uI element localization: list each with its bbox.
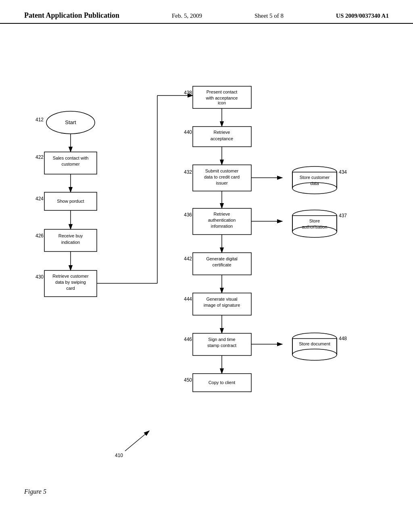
svg-text:data by swiping: data by swiping [55,280,86,285]
figure-caption: Figure 5 [24,488,46,495]
svg-text:422: 422 [35,154,44,160]
svg-text:444: 444 [184,296,192,302]
svg-text:442: 442 [184,256,192,262]
svg-text:410: 410 [115,453,123,458]
page-header: Patent Application Publication Feb. 5, 2… [0,0,413,24]
svg-text:Retrieve: Retrieve [214,212,230,216]
svg-text:Store customer: Store customer [300,175,330,180]
svg-text:data: data [310,181,319,186]
publication-title: Patent Application Publication [24,11,119,20]
svg-text:Retrieve customer: Retrieve customer [52,274,89,278]
svg-text:stamp contract: stamp contract [207,343,236,348]
svg-text:Start: Start [65,119,76,125]
svg-text:customer: customer [61,162,80,166]
svg-line-93 [125,431,149,451]
svg-text:image of signature: image of signature [204,303,240,308]
svg-text:440: 440 [184,129,192,135]
svg-text:436: 436 [184,212,192,218]
svg-point-86 [292,349,337,360]
svg-text:412: 412 [35,117,44,123]
svg-text:Sign and time: Sign and time [208,337,235,342]
svg-text:acceptance: acceptance [211,136,233,141]
svg-text:Store: Store [309,218,320,223]
svg-text:issuer: issuer [216,181,228,185]
svg-text:Generate visual: Generate visual [206,297,237,301]
svg-text:authorisation: authorisation [302,224,327,229]
svg-text:Receive buy: Receive buy [58,233,83,238]
svg-text:card: card [66,286,75,291]
svg-text:Submit customer: Submit customer [205,168,239,173]
svg-text:certificate: certificate [212,262,231,267]
svg-text:430: 430 [35,274,44,280]
svg-text:432: 432 [184,169,192,175]
svg-text:data to credit card: data to credit card [204,175,240,179]
svg-text:446: 446 [184,337,192,342]
svg-text:Generate digital: Generate digital [206,256,238,261]
svg-text:Present contact: Present contact [206,89,237,94]
svg-text:424: 424 [35,196,44,202]
svg-text:indication: indication [61,240,80,245]
svg-text:Store document: Store document [299,341,330,346]
svg-text:450: 450 [184,377,192,383]
svg-text:authentication: authentication [208,218,236,222]
diagram-area: Start 412 Sales contact with customer 42… [0,24,413,507]
svg-text:434: 434 [339,169,347,175]
svg-text:Sales contact with: Sales contact with [53,156,89,160]
svg-text:with acceptance: with acceptance [206,96,238,100]
svg-text:Retrieve: Retrieve [214,130,230,135]
svg-text:icon: icon [218,100,226,105]
svg-text:437: 437 [339,213,347,218]
publication-date: Feb. 5, 2009 [172,12,202,19]
svg-text:426: 426 [35,233,44,239]
svg-text:438: 438 [184,90,192,96]
flowchart-svg: Start 412 Sales contact with customer 42… [0,24,413,507]
svg-text:infomration: infomration [211,224,233,229]
patent-number: US 2009/0037340 A1 [336,12,389,19]
svg-text:Show porduct: Show porduct [57,199,84,204]
sheet-info: Sheet 5 of 8 [254,12,284,19]
svg-text:448: 448 [339,336,347,341]
svg-text:Copy to client: Copy to client [209,380,236,385]
